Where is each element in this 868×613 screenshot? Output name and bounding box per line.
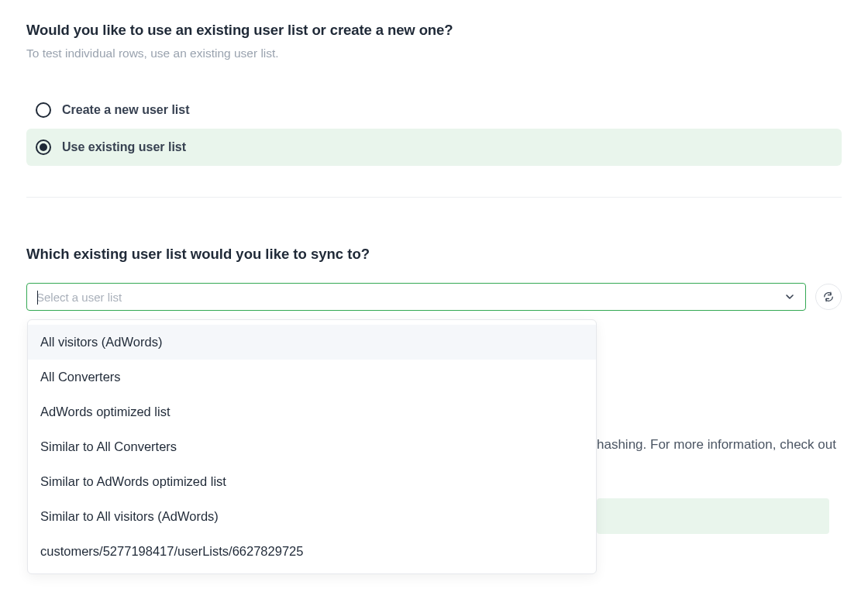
section2-title: Which existing user list would you like …	[26, 246, 842, 263]
refresh-icon	[823, 291, 834, 302]
dropdown-option[interactable]: All visitors (AdWords)	[28, 325, 596, 360]
refresh-lists-button[interactable]	[815, 284, 842, 310]
background-hashing-text: hashing. For more information, check out	[597, 437, 836, 453]
radio-icon	[36, 139, 51, 155]
chevron-down-icon[interactable]	[784, 291, 796, 303]
user-list-select-input[interactable]	[36, 284, 784, 310]
radio-icon	[36, 102, 51, 118]
background-banner	[597, 498, 829, 534]
dropdown-option[interactable]: All Converters	[28, 360, 596, 394]
user-list-dropdown: All visitors (AdWords) All Converters Ad…	[27, 319, 597, 574]
section1-title: Would you like to use an existing user l…	[26, 22, 842, 39]
radio-label: Create a new user list	[62, 103, 190, 117]
user-list-select[interactable]: All visitors (AdWords) All Converters Ad…	[26, 283, 806, 311]
section1-subtitle: To test individual rows, use an existing…	[26, 46, 842, 60]
radio-label: Use existing user list	[62, 140, 186, 154]
section-divider	[26, 197, 842, 198]
dropdown-option[interactable]: Similar to All visitors (AdWords)	[28, 499, 596, 534]
dropdown-option[interactable]: customers/5277198417/userLists/662782972…	[28, 534, 596, 569]
dropdown-option[interactable]: AdWords optimized list	[28, 394, 596, 429]
text-caret	[37, 291, 38, 305]
user-list-choice-radio-group: Create a new user list Use existing user…	[26, 91, 842, 166]
radio-create-new-user-list[interactable]: Create a new user list	[26, 91, 842, 129]
radio-use-existing-user-list[interactable]: Use existing user list	[26, 129, 842, 166]
dropdown-option[interactable]: Similar to All Converters	[28, 429, 596, 464]
dropdown-option[interactable]: Similar to AdWords optimized list	[28, 464, 596, 499]
